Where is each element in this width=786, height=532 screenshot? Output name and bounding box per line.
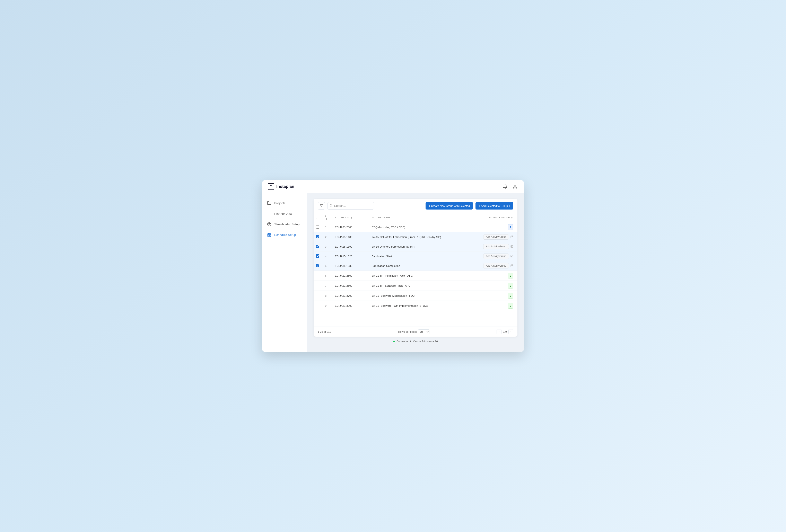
- activity-id-cell: EC-JA15-1020: [331, 251, 368, 261]
- num-sort-icon: [326, 218, 327, 220]
- activity-group-cell: Add Activity Group: [472, 242, 517, 251]
- activity-group-cell: 2: [472, 281, 517, 291]
- row-check-cell: [314, 281, 322, 291]
- edit-icon[interactable]: [510, 235, 513, 239]
- row-checkbox[interactable]: [316, 284, 319, 287]
- svg-point-0: [514, 185, 516, 186]
- activity-name-cell: JA-21 -Software - Off. Implementation : …: [368, 301, 472, 311]
- select-all-checkbox[interactable]: [316, 216, 319, 219]
- row-check-cell: [314, 242, 322, 251]
- sidebar: Projects Planner View: [262, 193, 307, 352]
- svg-point-7: [268, 223, 268, 224]
- stakeholder-icon: [267, 222, 272, 226]
- table-row: 4EC-JA15-1020Fabrication StartAdd Activi…: [314, 251, 517, 261]
- rows-per-page-select[interactable]: 25 50 100: [418, 330, 430, 334]
- filter-button[interactable]: [318, 202, 325, 210]
- notification-icon[interactable]: [502, 183, 508, 190]
- page-indicator: 1/9: [503, 330, 507, 333]
- activity-group-cell: Add Activity Group: [472, 251, 517, 261]
- chart-bar-icon: [267, 212, 272, 216]
- activity-group-sort-icon: [511, 217, 512, 219]
- activity-id-cell: EC-JA21-3700: [331, 291, 368, 301]
- activity-name-cell: JA-21 TP- Software Pack - AFC: [368, 281, 472, 291]
- row-checkbox[interactable]: [316, 254, 319, 258]
- row-check-cell: [314, 291, 322, 301]
- row-checkbox[interactable]: [316, 225, 319, 228]
- activity-group-cell: 2: [472, 271, 517, 281]
- next-page-button[interactable]: ›: [508, 329, 513, 334]
- search-input[interactable]: [327, 202, 374, 210]
- add-activity-group-button[interactable]: Add Activity Group: [483, 253, 509, 259]
- rows-per-page: Rows per page: 25 50 100: [398, 330, 430, 334]
- group-badge: 2: [508, 273, 513, 279]
- sidebar-label-stakeholder-setup: Stakeholder Setup: [274, 222, 299, 226]
- add-activity-group-button[interactable]: Add Activity Group: [483, 244, 509, 249]
- row-checkbox[interactable]: [316, 235, 319, 238]
- table-row: 3EC-JA15-1190JA-15 Onshore Fabrication (…: [314, 242, 517, 251]
- row-check-cell: [314, 251, 322, 261]
- group-badge: 2: [508, 293, 513, 298]
- row-num: 3: [322, 242, 331, 251]
- activity-group-cell: Add Activity Group: [472, 232, 517, 242]
- sidebar-item-schedule-setup[interactable]: Schedule Setup: [262, 230, 307, 240]
- table-row: 5EC-JA15-1030Fabrication CompletionAdd A…: [314, 261, 517, 271]
- row-check-cell: [314, 261, 322, 271]
- edit-icon[interactable]: [510, 245, 513, 248]
- connection-status: Connected to Oracle Primavera P6: [393, 340, 438, 343]
- row-checkbox[interactable]: [316, 264, 319, 267]
- row-check-cell: [314, 301, 322, 311]
- activity-id-cell: EC-JA21-3900: [331, 301, 368, 311]
- activity-id-cell: EC-JA21-2000: [331, 222, 368, 232]
- prev-page-button[interactable]: ‹: [496, 329, 502, 334]
- create-new-group-button[interactable]: + Create New Group with Selected: [425, 202, 473, 210]
- logo: [·] Instaplan: [268, 183, 294, 190]
- content-area: + Create New Group with Selected + Add S…: [307, 193, 524, 352]
- add-activity-group-button[interactable]: Add Activity Group: [483, 263, 509, 268]
- top-bar-icons: [502, 183, 518, 190]
- row-checkbox[interactable]: [316, 294, 319, 297]
- activity-name-cell: JA-15 Onshore Fabrication (by MP): [368, 242, 472, 251]
- svg-line-15: [331, 206, 332, 207]
- folder-icon: [267, 201, 272, 205]
- sidebar-item-projects[interactable]: Projects: [262, 198, 307, 208]
- row-num: 8: [322, 291, 331, 301]
- row-check-cell: [314, 232, 322, 242]
- edit-icon[interactable]: [510, 264, 513, 268]
- activity-name-cell: JA-15 Call-off for Fabrication (From RFQ…: [368, 232, 472, 242]
- row-checkbox[interactable]: [316, 304, 319, 307]
- row-checkbox[interactable]: [316, 245, 319, 248]
- pagination: 1-25 of 219 Rows per page: 25 50 100 ‹ 1…: [314, 327, 517, 337]
- activity-name-cell: RFQ (Including TBE / CBE): [368, 222, 472, 232]
- status-dot: [393, 341, 395, 342]
- svg-marker-13: [320, 204, 323, 207]
- header-activity-group: ACTIVITY GROUP: [472, 213, 517, 222]
- user-icon[interactable]: [512, 183, 518, 190]
- logo-icon: [·]: [268, 183, 274, 190]
- group-badge: 2: [508, 283, 513, 289]
- sidebar-item-planner-view[interactable]: Planner View: [262, 209, 307, 219]
- activity-id-sort-icon: [351, 217, 352, 219]
- add-activity-group-wrap: Add Activity Group: [476, 253, 513, 259]
- svg-point-6: [269, 223, 270, 224]
- row-checkbox[interactable]: [316, 274, 319, 277]
- activity-id-cell: EC-JA15-1030: [331, 261, 368, 271]
- activity-name-cell: Fabrication Completion: [368, 261, 472, 271]
- activity-group-cell: 1: [472, 222, 517, 232]
- search-wrap: [327, 202, 374, 210]
- activity-id-cell: EC-JA21-2500: [331, 271, 368, 281]
- row-num: 9: [322, 301, 331, 311]
- app-name: Instaplan: [276, 184, 294, 189]
- add-activity-group-button[interactable]: Add Activity Group: [483, 234, 509, 240]
- row-num: 2: [322, 232, 331, 242]
- row-num: 6: [322, 271, 331, 281]
- page-nav: ‹ 1/9 ›: [496, 329, 513, 334]
- search-icon: [329, 204, 332, 208]
- sidebar-item-stakeholder-setup[interactable]: Stakeholder Setup: [262, 219, 307, 229]
- table-row: 2EC-JA15-1180JA-15 Call-off for Fabricat…: [314, 232, 517, 242]
- activity-group-cell: Add Activity Group: [472, 261, 517, 271]
- edit-icon[interactable]: [510, 255, 513, 258]
- activity-name-cell: Fabrication Start: [368, 251, 472, 261]
- app-window: [·] Instaplan: [262, 180, 524, 352]
- add-selected-to-group-button[interactable]: + Add Selected to Group 1: [476, 202, 513, 210]
- header-activity-name: ACTIVITY NAME: [368, 213, 472, 222]
